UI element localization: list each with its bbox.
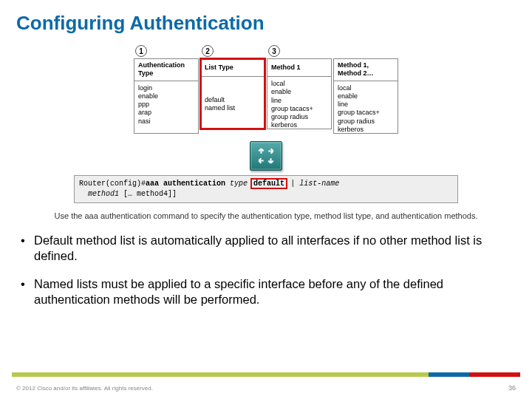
col-1-header: Authentication Type [134, 59, 198, 81]
col-2-item: default [205, 96, 261, 104]
copyright-text: © 2012 Cisco and/or its affiliates. All … [16, 385, 153, 392]
col-1-body: login enable ppp arap nasi [134, 81, 198, 133]
cmd-methods-rest: [… method4]] [123, 190, 177, 198]
bullet-text: Default method list is automatically app… [34, 233, 511, 264]
col-3-box: Method 1 local enable line group tacacs+… [267, 58, 332, 129]
col-4-item: enable [338, 92, 394, 100]
col-4-item: local [338, 84, 394, 92]
bullet-item: •Default method list is automatically ap… [21, 228, 511, 271]
col-3-num: 3 [268, 45, 280, 57]
col-3-item: group radius [271, 113, 327, 121]
col-4-body: local enable line group tacacs+ group ra… [334, 81, 398, 133]
col-3-item: line [271, 97, 327, 105]
col-4-item: line [338, 100, 394, 109]
col-4-box: Method 1, Method 2… local enable line gr… [333, 58, 398, 134]
col-4-item: kerberos [338, 126, 394, 134]
col-3: 3 Method 1 local enable line group tacac… [267, 44, 332, 134]
col-4-item: group radius [338, 117, 394, 126]
footer-accent-bar [12, 372, 520, 377]
bullet-item: •Named lists must be applied to a specif… [21, 272, 511, 315]
col-1-item: enable [138, 92, 194, 100]
bullet-text: Named lists must be applied to a specifi… [34, 276, 511, 307]
col-2-box: List Type default named list [200, 58, 265, 129]
col-3-item: kerberos [271, 121, 327, 129]
cmd-default: default [252, 180, 286, 188]
col-2: 2 List Type default named list [200, 44, 265, 134]
bullet-list: •Default method list is automatically ap… [0, 225, 532, 314]
diagram-columns: 1 Authentication Type login enable ppp a… [0, 41, 532, 138]
command-box: Router(config)#aaa authentication type d… [74, 175, 458, 203]
col-3-item: enable [271, 88, 327, 96]
col-1-box: Authentication Type login enable ppp ara… [134, 58, 199, 134]
col-3-item: local [271, 80, 327, 88]
col-1-item: nasi [138, 117, 194, 126]
cmd-prompt: Router(config)# [79, 180, 146, 188]
col-1: 1 Authentication Type login enable ppp a… [134, 44, 199, 134]
col-4-header: Method 1, Method 2… [334, 59, 398, 81]
col-3-header: Method 1 [267, 59, 331, 77]
col-2-body: default named list [201, 77, 265, 129]
col-2-header: List Type [201, 59, 265, 77]
cmd-keyword: aaa authentication [146, 180, 225, 188]
col-3-item: group tacacs+ [271, 105, 327, 113]
switch-icon [250, 141, 282, 171]
col-1-item: arap [138, 109, 194, 117]
cmd-listname: list-name [299, 180, 339, 188]
col-4-item: group tacacs+ [338, 109, 394, 117]
col-1-num: 1 [135, 45, 147, 57]
diagram-caption: Use the aaa authentication command to sp… [0, 203, 532, 226]
slide-title: Configuring Authentication [0, 0, 532, 41]
col-2-item: named list [205, 104, 261, 112]
page-number: 36 [508, 384, 516, 392]
cmd-method1: method1 [88, 190, 119, 198]
col-1-item: ppp [138, 100, 194, 109]
cmd-sep: | [290, 180, 295, 188]
cmd-type: type [230, 180, 248, 188]
col-1-item: login [138, 84, 194, 92]
col-2-num: 2 [202, 45, 214, 57]
col-3-body: local enable line group tacacs+ group ra… [267, 77, 331, 129]
col-4: Method 1, Method 2… local enable line gr… [333, 44, 398, 134]
